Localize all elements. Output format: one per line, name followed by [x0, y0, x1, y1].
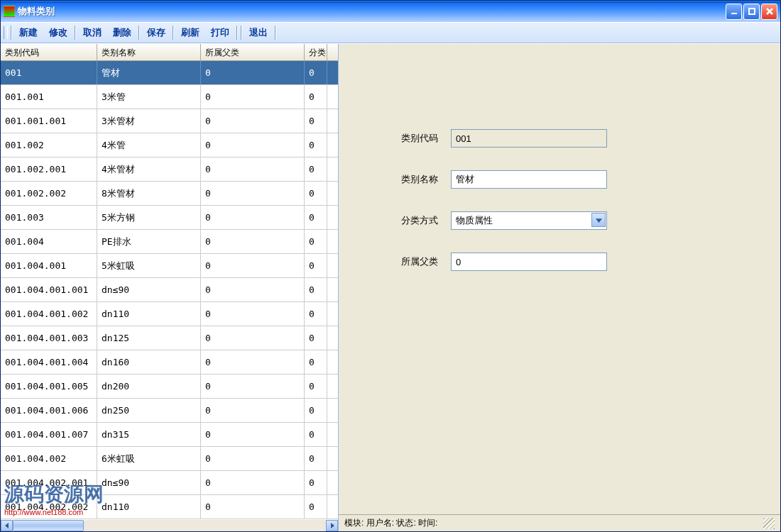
table-cell: PE排水	[97, 230, 201, 253]
table-cell: dn315	[97, 423, 201, 446]
table-row[interactable]: 001.002.0028米管材00	[1, 182, 338, 206]
table-cell: 0	[305, 133, 327, 157]
column-header-parent[interactable]: 所属父类	[201, 44, 305, 60]
name-input[interactable]	[451, 170, 607, 189]
toolbar-separator	[75, 26, 76, 40]
table-row[interactable]: 001.004.0015米虹吸00	[1, 254, 338, 278]
table-cell: 8米管材	[97, 182, 201, 205]
table-cell: 0	[305, 182, 327, 205]
horizontal-scrollbar[interactable]	[1, 519, 338, 531]
table-cell: 4米管	[97, 133, 201, 157]
scroll-left-button[interactable]	[1, 520, 13, 531]
form-row-code: 类别代码	[401, 129, 780, 148]
column-header-name[interactable]: 类别名称	[97, 44, 201, 60]
status-time: 时间:	[418, 518, 437, 528]
table-cell: 0	[201, 133, 305, 157]
table-cell: 0	[305, 423, 327, 446]
print-button[interactable]: 打印	[205, 24, 235, 41]
table-cell: 0	[305, 206, 327, 229]
table-row[interactable]: 001.001.0013米管材00	[1, 109, 338, 133]
table-cell: 001.004.002	[1, 447, 97, 470]
close-button[interactable]	[761, 4, 777, 20]
table-row[interactable]: 001.002.0014米管材00	[1, 157, 338, 182]
table-cell: 001.004.002.001	[1, 471, 97, 494]
new-button[interactable]: 新建	[13, 24, 43, 41]
cancel-button[interactable]: 取消	[77, 24, 107, 41]
toolbar-separator	[275, 26, 276, 40]
column-header-class[interactable]: 分类	[305, 44, 327, 60]
table-row[interactable]: 001.004.001.004dn16000	[1, 350, 338, 375]
table-cell: 0	[305, 85, 327, 109]
table-cell: 0	[305, 157, 327, 181]
column-header-code[interactable]: 类别代码	[1, 44, 97, 60]
refresh-button[interactable]: 刷新	[175, 24, 205, 41]
table-cell: 0	[305, 471, 327, 494]
save-button[interactable]: 保存	[141, 24, 171, 41]
scroll-right-button[interactable]	[326, 520, 338, 531]
table-cell: 0	[201, 495, 305, 519]
table-cell: dn≤90	[97, 278, 201, 301]
table-row[interactable]: 001.004.0026米虹吸00	[1, 447, 338, 471]
table-cell: 0	[305, 350, 327, 374]
table-cell: 0	[305, 230, 327, 253]
svg-rect-1	[749, 9, 755, 14]
table-cell: 0	[201, 61, 305, 84]
table-row[interactable]: 001.004.001.003dn12500	[1, 326, 338, 350]
toolbar-separator	[241, 26, 242, 40]
minimize-button[interactable]	[726, 4, 742, 20]
label-name: 类别名称	[401, 173, 451, 186]
table-cell: 001.004.001.003	[1, 326, 97, 350]
mode-select[interactable]	[451, 211, 607, 230]
toolbar-separator	[173, 26, 174, 40]
form-pane: 类别代码 类别名称 分类方式 所属父类 模块: 用户名	[339, 44, 780, 531]
table-cell: 3米管	[97, 85, 201, 109]
table-row[interactable]: 001管材00	[1, 61, 338, 85]
label-parent: 所属父类	[401, 255, 451, 268]
table-row[interactable]: 001.004.001.002dn11000	[1, 302, 338, 326]
table-row[interactable]: 001.004.001.001dn≤9000	[1, 278, 338, 302]
table-cell: 0	[305, 109, 327, 133]
table-cell: 001	[1, 61, 97, 84]
table-row[interactable]: 001.0013米管00	[1, 85, 338, 109]
app-icon	[4, 6, 15, 17]
table-cell: 管材	[97, 61, 201, 84]
status-module: 模块:	[344, 518, 364, 528]
toolbar-separator	[11, 26, 12, 40]
table-cell: 4米管材	[97, 157, 201, 181]
table-cell: 6米虹吸	[97, 447, 201, 470]
table-cell: 0	[201, 109, 305, 133]
svg-marker-5	[331, 523, 334, 528]
status-state: 状态:	[396, 518, 415, 528]
window-controls	[726, 4, 777, 20]
resize-grip-icon[interactable]	[763, 518, 775, 529]
table-row[interactable]: 001.004.001.005dn20000	[1, 375, 338, 399]
edit-button[interactable]: 修改	[43, 24, 73, 41]
exit-button[interactable]: 退出	[244, 24, 273, 41]
table-cell: dn110	[97, 495, 201, 519]
table-cell: 0	[305, 61, 327, 84]
table-row[interactable]: 001.004.001.007dn31500	[1, 423, 338, 447]
delete-button[interactable]: 删除	[107, 24, 137, 41]
table-cell: 001.002.001	[1, 157, 97, 181]
table-cell: 0	[201, 157, 305, 181]
table-cell: 0	[305, 399, 327, 422]
table-row[interactable]: 001.004.002.002dn11000	[1, 495, 338, 519]
scroll-track[interactable]	[13, 520, 326, 531]
table-cell: 0	[201, 206, 305, 229]
scroll-thumb[interactable]	[13, 520, 84, 531]
table-cell: dn125	[97, 326, 201, 350]
table-cell: 5米虹吸	[97, 254, 201, 277]
mode-select-wrap[interactable]	[451, 211, 607, 230]
grid-body[interactable]: 001管材00001.0013米管00001.001.0013米管材00001.…	[1, 61, 338, 519]
table-row[interactable]: 001.004.001.006dn25000	[1, 399, 338, 423]
table-row[interactable]: 001.0035米方钢00	[1, 206, 338, 230]
status-bar: 模块: 用户名: 状态: 时间:	[339, 514, 780, 531]
maximize-button[interactable]	[743, 4, 760, 20]
parent-input[interactable]	[451, 253, 607, 271]
table-row[interactable]: 001.004PE排水00	[1, 230, 338, 254]
table-row[interactable]: 001.004.002.001dn≤9000	[1, 471, 338, 495]
table-cell: 0	[201, 350, 305, 374]
code-input[interactable]	[451, 129, 607, 148]
status-text: 模块: 用户名: 状态: 时间:	[344, 517, 437, 529]
table-row[interactable]: 001.0024米管00	[1, 133, 338, 157]
